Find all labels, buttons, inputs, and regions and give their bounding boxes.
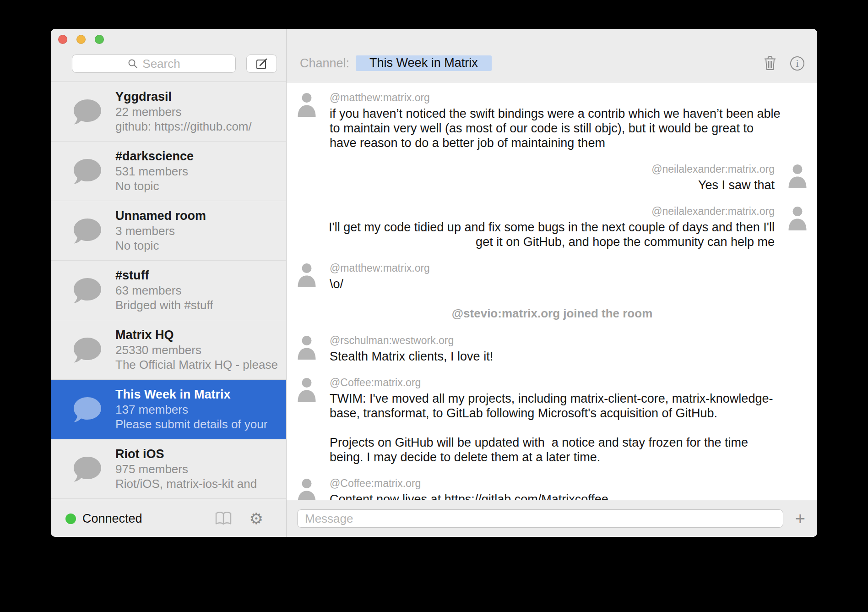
zoom-window-button[interactable] — [95, 35, 104, 44]
chat-panel: Channel: This Week in Matrix i — [287, 29, 817, 537]
connection-status-label: Connected — [82, 512, 142, 526]
message-sender: @neilalexander:matrix.org — [651, 163, 775, 175]
compose-icon — [255, 57, 269, 71]
room-member-count: 3 members — [115, 224, 206, 238]
room-name: #darkscience — [115, 149, 194, 164]
room-avatar-speech-bubble-icon — [72, 454, 103, 485]
chat-message: @neilalexander:matrix.org I'll get my co… — [296, 205, 808, 249]
user-avatar — [296, 262, 317, 287]
matrix-client-window: Search Yggdrasil 22 members — [51, 29, 817, 537]
chat-message: @Coffee:matrix.org Content now lives at … — [296, 477, 808, 500]
chat-message: @Coffee:matrix.org TWIM: I've moved all … — [296, 377, 808, 464]
room-name: Unnamed room — [115, 208, 206, 224]
user-avatar — [296, 477, 317, 500]
message-text: I'll get my code tidied up and fix some … — [329, 220, 775, 249]
book-icon[interactable] — [214, 511, 233, 526]
channel-label: Channel: — [300, 56, 349, 71]
room-avatar-speech-bubble-icon — [72, 394, 103, 425]
room-member-count: 63 members — [115, 283, 213, 298]
message-text: TWIM: I've moved all my projects, includ… — [330, 391, 773, 464]
room-member-count: 25330 members — [115, 343, 278, 357]
room-topic: The Official Matrix HQ - please — [115, 357, 278, 372]
message-sender: @Coffee:matrix.org — [330, 377, 773, 388]
sidebar-footer: Connected ⚙ — [51, 500, 286, 537]
message-composer: + — [287, 500, 817, 537]
message-text: Stealth Matrix clients, I love it! — [330, 349, 493, 364]
room-topic: No topic — [115, 238, 206, 253]
room-event-text: @stevio:matrix.org joined the room — [452, 306, 653, 321]
room-avatar-speech-bubble-icon — [72, 275, 103, 306]
user-avatar — [296, 92, 317, 117]
room-list-item-unnamed-room[interactable]: Unnamed room 3 members No topic — [51, 201, 286, 261]
room-member-count: 137 members — [115, 402, 267, 417]
chat-message: @rschulman:westwork.org Stealth Matrix c… — [296, 334, 808, 364]
chat-header: Channel: This Week in Matrix i — [287, 29, 817, 82]
room-name: Riot iOS — [115, 447, 257, 462]
room-avatar-speech-bubble-icon — [72, 156, 103, 187]
gear-icon[interactable]: ⚙ — [250, 511, 263, 526]
room-list-item--darkscience[interactable]: #darkscience 531 members No topic — [51, 142, 286, 201]
user-avatar — [787, 163, 808, 188]
room-topic: Bridged with #stuff — [115, 298, 213, 312]
chat-message: @matthew:matrix.org \o/ — [296, 262, 808, 291]
chat-message: @matthew:matrix.org if you haven’t notic… — [296, 92, 808, 150]
close-window-button[interactable] — [58, 35, 67, 44]
user-avatar — [296, 377, 317, 402]
room-topic: Riot/iOS, matrix-ios-kit and — [115, 476, 257, 491]
room-topic: No topic — [115, 179, 194, 193]
room-avatar-speech-bubble-icon — [72, 215, 103, 246]
desktop-background: Search Yggdrasil 22 members — [0, 0, 868, 612]
room-avatar-speech-bubble-icon — [72, 96, 103, 127]
connection-status-icon — [65, 514, 76, 524]
user-avatar — [787, 205, 808, 230]
message-input[interactable] — [297, 509, 783, 528]
room-list-item--stuff[interactable]: #stuff 63 members Bridged with #stuff — [51, 261, 286, 320]
message-sender: @matthew:matrix.org — [330, 262, 430, 274]
window-controls — [58, 35, 104, 44]
search-placeholder: Search — [142, 57, 180, 71]
message-text: Yes I saw that — [651, 178, 775, 192]
sidebar: Search Yggdrasil 22 members — [51, 29, 287, 537]
message-timeline[interactable]: @matthew:matrix.org if you haven’t notic… — [287, 82, 817, 500]
svg-text:i: i — [796, 58, 798, 69]
room-list[interactable]: Yggdrasil 22 members github: https://git… — [51, 82, 286, 500]
room-list-item-this-week-in-matrix[interactable]: This Week in Matrix 137 members Please s… — [51, 380, 286, 439]
sidebar-titlebar: Search — [51, 29, 286, 82]
message-text: Content now lives at https://gitlab.com/… — [330, 492, 608, 500]
message-sender: @Coffee:matrix.org — [330, 477, 608, 489]
room-name: #stuff — [115, 268, 213, 283]
message-sender: @matthew:matrix.org — [330, 92, 781, 104]
user-avatar — [296, 334, 317, 360]
room-topic: github: https://github.com/ — [115, 119, 252, 134]
room-event-notice: @stevio:matrix.org joined the room — [296, 306, 808, 321]
compose-button[interactable] — [246, 55, 277, 73]
room-list-item-matrix-hq[interactable]: Matrix HQ 25330 members The Official Mat… — [51, 320, 286, 380]
search-icon — [127, 58, 138, 69]
room-member-count: 975 members — [115, 462, 257, 476]
room-topic: Please submit details of your — [115, 417, 267, 432]
message-sender: @neilalexander:matrix.org — [329, 205, 775, 217]
room-name: This Week in Matrix — [115, 387, 267, 402]
room-list-item-riot-ios[interactable]: Riot iOS 975 members Riot/iOS, matrix-io… — [51, 439, 286, 499]
room-list-item-yggdrasil[interactable]: Yggdrasil 22 members github: https://git… — [51, 82, 286, 142]
attach-plus-button[interactable]: + — [793, 510, 807, 527]
info-icon[interactable]: i — [790, 56, 805, 71]
minimize-window-button[interactable] — [76, 35, 86, 44]
message-sender: @rschulman:westwork.org — [330, 334, 493, 346]
room-name: Yggdrasil — [115, 89, 252, 104]
room-name: Matrix HQ — [115, 328, 278, 343]
channel-name-field[interactable]: This Week in Matrix — [356, 55, 492, 71]
chat-message: @neilalexander:matrix.org Yes I saw that — [296, 163, 808, 192]
message-text: if you haven’t noticed the swift binding… — [330, 106, 781, 150]
room-avatar-speech-bubble-icon — [72, 334, 103, 366]
room-member-count: 531 members — [115, 164, 194, 179]
message-text: \o/ — [330, 277, 430, 291]
search-input[interactable]: Search — [72, 55, 236, 73]
room-member-count: 22 members — [115, 104, 252, 119]
trash-icon[interactable] — [764, 55, 776, 71]
